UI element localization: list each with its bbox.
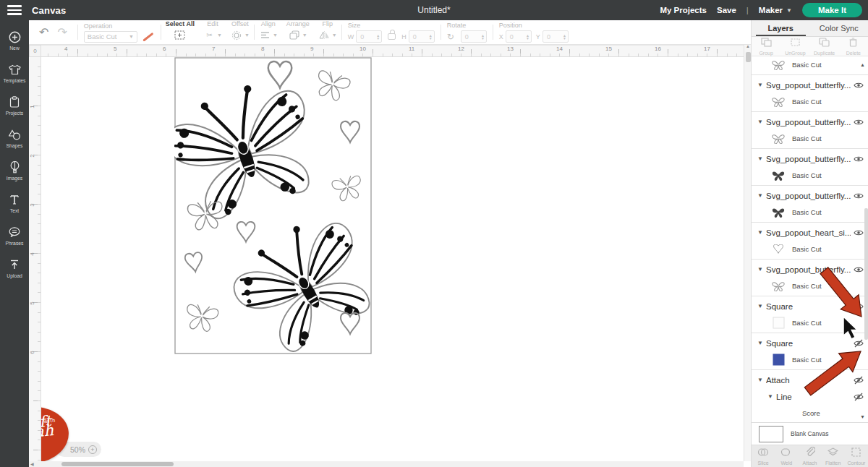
layer-cut-row[interactable]: Basic Cut	[752, 351, 868, 368]
layer-cut-row[interactable]: Basic Cut	[752, 314, 868, 331]
eye-visible-icon[interactable]	[851, 82, 864, 89]
scroll-left-arrow-icon[interactable]: ◀	[30, 461, 34, 467]
layer-group-svg-popout-butterfly[interactable]: ▼Svg_popout_butterfly...	[752, 150, 868, 167]
butterfly-design-artwork[interactable]	[174, 57, 373, 355]
sidebar-item-new[interactable]: New	[0, 25, 29, 57]
layer-group-svg-popout-butterfly[interactable]: ▼Svg_popout_butterfly...	[752, 261, 868, 278]
rotate-field[interactable]: 0▲▼	[461, 30, 487, 43]
caret-down-icon[interactable]: ▼	[757, 192, 766, 199]
sidebar-item-label: Phrases	[6, 241, 24, 246]
canvas-horizontal-scrollbar[interactable]: ◀	[29, 461, 744, 467]
edit-button[interactable]: Edit ✂▼	[199, 20, 226, 44]
eye-visible-icon[interactable]	[851, 266, 864, 273]
list-scroll-down-icon[interactable]: ▼	[860, 414, 865, 419]
offset-button[interactable]: Offset ▼	[226, 20, 254, 44]
sidebar-item-shapes[interactable]: Shapes	[0, 122, 29, 155]
caret-down-icon[interactable]: ▼	[767, 393, 776, 400]
layer-cut-row[interactable]: Basic Cut	[752, 167, 868, 184]
layer-list-scrollbar[interactable]	[864, 208, 868, 340]
sidebar-item-upload[interactable]: Upload	[0, 252, 29, 285]
sidebar-item-projects[interactable]: Projects	[0, 90, 29, 122]
operation-label: Operation	[84, 22, 113, 30]
duplicate-button[interactable]: Duplicate	[810, 37, 839, 56]
save-link[interactable]: Save	[717, 6, 736, 14]
layer-cut-row[interactable]: Basic Cut	[752, 93, 868, 110]
layer-cut-row[interactable]: Basic Cut	[752, 130, 868, 147]
layer-group-svg-popout-butterfly[interactable]: ▼Svg_popout_butterfly...	[752, 77, 868, 93]
layer-cut-row[interactable]: Score	[762, 405, 868, 421]
ruler-number: 17	[704, 46, 710, 52]
position-y-field[interactable]: Y 0▲▼	[536, 30, 569, 43]
pen-color-icon[interactable]	[142, 32, 155, 42]
sidebar-item-phrases[interactable]: Phrases	[0, 220, 29, 252]
eye-visible-icon[interactable]	[851, 155, 864, 163]
layer-cut-row[interactable]: Basic Cut	[752, 241, 868, 257]
top-bar: Canvas Untitled* My Projects Save | Make…	[0, 0, 868, 20]
blank-canvas-swatch[interactable]	[759, 426, 783, 442]
tab-layers[interactable]: Layers	[752, 20, 810, 36]
layer-group-square[interactable]: ▼Square	[752, 298, 868, 314]
eye-visible-icon[interactable]	[851, 192, 864, 200]
slice-button[interactable]: Slice	[752, 445, 775, 467]
canvas-vertical-scrollbar[interactable]: ▲	[744, 42, 751, 461]
canvas-workspace[interactable]	[41, 57, 744, 461]
layer-group-line[interactable]: ▼Line	[762, 388, 868, 405]
delete-button[interactable]: Delete	[839, 37, 868, 56]
layer-cut-row[interactable]: Basic Cut	[752, 278, 868, 294]
tab-color-sync[interactable]: Color Sync	[810, 20, 868, 36]
position-x-field[interactable]: X 0▲▼	[499, 30, 532, 43]
cricut-design-space-app: Canvas Untitled* My Projects Save | Make…	[0, 0, 868, 467]
operation-type-label: Basic Cut	[792, 98, 822, 106]
flip-button[interactable]: Flip ▼	[314, 20, 341, 44]
weld-button[interactable]: Weld	[775, 445, 798, 467]
layer-group-square[interactable]: ▼Square	[752, 335, 868, 351]
width-field[interactable]: W 0▲▼	[348, 30, 383, 43]
caret-down-icon[interactable]: ▼	[757, 82, 766, 88]
select-all-button[interactable]: Select All	[161, 20, 199, 44]
ungroup-button[interactable]: UnGroup	[780, 37, 809, 56]
my-projects-link[interactable]: My Projects	[660, 6, 707, 14]
undo-icon[interactable]: ↶	[35, 25, 53, 39]
sidebar-item-text[interactable]: Text	[0, 187, 29, 220]
caret-down-icon[interactable]: ▼	[757, 266, 766, 273]
height-field[interactable]: H 0▲▼	[401, 30, 435, 43]
layer-group-svg-popout-butterfly[interactable]: ▼Svg_popout_butterfly...	[752, 187, 868, 204]
caret-down-icon[interactable]: ▼	[757, 229, 766, 236]
eye-hidden-icon[interactable]	[851, 339, 864, 348]
layer-group-svg-popout-heart-si[interactable]: ▼Svg_popout_heart_si...	[752, 224, 868, 241]
caret-down-icon[interactable]: ▼	[757, 155, 766, 162]
align-button[interactable]: Align ▼	[255, 20, 282, 44]
sidebar-item-templates[interactable]: Templates	[0, 57, 29, 90]
eye-visible-icon[interactable]	[851, 229, 864, 236]
eye-hidden-icon[interactable]	[851, 393, 864, 401]
operation-type-label: Basic Cut	[792, 171, 822, 179]
machine-selector[interactable]: Maker ▼	[759, 6, 792, 14]
flatten-button[interactable]: Flatten	[822, 445, 845, 467]
caret-down-icon[interactable]: ▼	[757, 340, 766, 346]
eye-visible-icon[interactable]	[851, 303, 864, 310]
attach-button[interactable]: Attach	[798, 445, 821, 467]
lock-icon[interactable]	[388, 33, 396, 40]
sidebar-item-label: New	[9, 46, 20, 51]
eye-hidden-icon[interactable]	[851, 376, 864, 385]
arrange-button[interactable]: Arrange ▼	[282, 20, 314, 44]
layer-group-attach[interactable]: ▼Attach	[752, 372, 868, 388]
layer-cut-row[interactable]: Basic Cut	[752, 56, 868, 73]
layer-thumbnail	[770, 206, 786, 219]
operation-select[interactable]: Basic Cut▼	[84, 31, 137, 43]
hamburger-menu-icon[interactable]	[0, 0, 29, 20]
layer-cut-row[interactable]: Basic Cut	[752, 204, 868, 220]
redo-icon[interactable]: ↷	[53, 25, 71, 39]
zoom-in-icon[interactable]: +	[88, 445, 97, 454]
contour-button[interactable]: Contour	[845, 445, 868, 467]
caret-down-icon[interactable]: ▼	[757, 377, 766, 383]
make-it-button[interactable]: Make It	[802, 3, 862, 17]
caret-down-icon[interactable]: ▼	[757, 119, 766, 125]
blank-canvas-row[interactable]: Blank Canvas	[752, 422, 868, 445]
eye-visible-icon[interactable]	[851, 119, 864, 126]
caret-down-icon[interactable]: ▼	[757, 303, 766, 309]
group-button[interactable]: Group	[752, 37, 780, 56]
list-scroll-up-icon[interactable]: ▲	[860, 62, 865, 67]
sidebar-item-images[interactable]: Images	[0, 155, 29, 187]
layer-group-svg-popout-butterfly[interactable]: ▼Svg_popout_butterfly...	[752, 113, 868, 130]
